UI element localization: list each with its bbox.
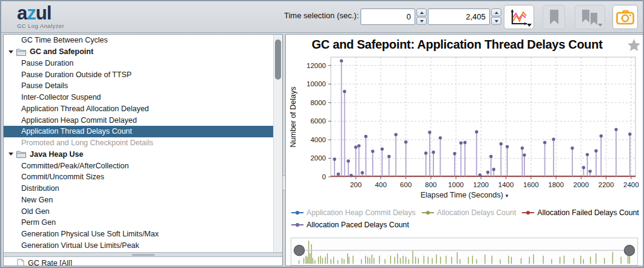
toolbar: azul GC Log Analyzer Time selection (sec… (1, 1, 643, 33)
tree-item-6[interactable]: Application Thread Allocation Delayed (4, 103, 273, 115)
svg-text:400: 400 (375, 181, 387, 188)
svg-text:8000: 8000 (310, 99, 326, 106)
range-handle-right[interactable] (625, 246, 635, 256)
chart-type-button[interactable] (504, 5, 534, 29)
tree-item-4[interactable]: Pause Details (4, 80, 273, 92)
app-window: azul GC Log Analyzer Time selection (sec… (0, 0, 644, 268)
svg-text:2000: 2000 (310, 154, 326, 162)
tree-item-label: Application Thread Allocation Delayed (21, 105, 149, 113)
folder-icon (16, 150, 26, 158)
time-to-spinner (428, 9, 501, 25)
svg-text:1200: 1200 (473, 181, 489, 188)
tree-item-9[interactable]: Promoted and Long Checkpoint Details (4, 137, 273, 149)
time-from-down-button[interactable] (416, 17, 427, 25)
spinner-up-icon (495, 12, 498, 14)
legend-entry-1[interactable]: Allocation Delays Count (422, 207, 517, 219)
secondary-tree-panel: GC Rate [All] (4, 257, 282, 266)
svg-text:1400: 1400 (498, 181, 514, 188)
tree-item-17[interactable]: Generation Physical Use Soft Limits/Max (4, 228, 273, 240)
svg-text:800: 800 (425, 181, 436, 188)
tree-item-label: Old Gen (21, 207, 50, 216)
legend-label: Allocation Failed Delays Count (537, 207, 639, 219)
legend-entry-2[interactable]: Allocation Failed Delays Count (522, 207, 639, 219)
legend-entry-0[interactable]: Application Heap Commit Delays (291, 207, 416, 219)
tree-item-12[interactable]: Commit/Uncommit Sizes (4, 171, 273, 183)
legend-entry-3[interactable]: Allocation Paced Delays Count (291, 219, 409, 231)
tree-item-label: Distribution (21, 184, 59, 193)
tree-item-7[interactable]: Application Heap Commit Delayed (4, 114, 273, 126)
tree-scrollbar-thumb[interactable] (275, 40, 281, 80)
snapshot-button[interactable] (612, 5, 638, 29)
splitter-grip[interactable] (132, 254, 155, 256)
chart-title: GC and Safepoint: Application Thread Del… (286, 38, 628, 52)
tree-item-13[interactable]: Distribution (4, 183, 273, 194)
expand-arrow-icon[interactable] (8, 50, 13, 53)
time-to-input[interactable] (428, 9, 490, 25)
tree-item-label: New Gen (21, 196, 53, 204)
tree-item-3[interactable]: Pause Duration Outside of TTSP (4, 69, 273, 80)
time-from-input[interactable] (361, 9, 415, 25)
svg-text:Number of Delays: Number of Delays (289, 86, 297, 147)
tree-item-2[interactable]: Pause Duration (4, 58, 273, 69)
time-from-up-button[interactable] (416, 9, 427, 16)
tree-item-14[interactable]: New Gen (4, 194, 273, 206)
svg-text:2200: 2200 (598, 181, 614, 188)
x-axis-label[interactable]: Elapsed Time (Seconds)▾ (286, 191, 643, 199)
time-to-up-button[interactable] (491, 9, 501, 16)
axis-dropdown-icon: ▾ (506, 193, 509, 199)
tree-item-label: Java Heap Use (30, 150, 83, 159)
horizontal-splitter[interactable] (4, 252, 282, 257)
tree-item-11[interactable]: Committed/Peak/AfterCollection (4, 160, 273, 171)
tree-item-15[interactable]: Old Gen (4, 205, 273, 217)
tree-item-10[interactable]: Java Heap Use (4, 149, 273, 160)
svg-text:1800: 1800 (548, 181, 564, 188)
tree-item-5[interactable]: Inter-Collector Suspend (4, 92, 273, 103)
tree-item-16[interactable]: Perm Gen (4, 217, 273, 228)
expand-arrow-icon[interactable] (8, 153, 13, 156)
tree-item-label: GC and Safepoint (30, 47, 93, 56)
tree-item-label: Application Thread Delays Count (21, 127, 132, 136)
svg-text:1000: 1000 (448, 181, 464, 188)
star-icon[interactable] (627, 38, 641, 55)
tree-item-18[interactable]: Generation Virtual Use Limits/Peak (4, 240, 273, 252)
svg-text:200: 200 (350, 181, 362, 188)
series-marker-icon (422, 210, 434, 216)
tree-item-0[interactable]: GC Time Between Cycles (4, 35, 273, 46)
tree-item-label: Pause Duration (21, 59, 73, 67)
tree-item-gc-rate[interactable]: GC Rate [All] (4, 259, 282, 266)
delays-chart[interactable]: 0200040006000800010000120002004006008001… (286, 54, 643, 190)
tree-item-label: Commit/Uncommit Sizes (21, 173, 104, 181)
brand-text: azul (17, 4, 64, 22)
series-marker-icon (291, 222, 303, 228)
legend-row: Allocation Paced Delays Count (291, 219, 643, 231)
tree-item-label: Generation Virtual Use Limits/Peak (21, 241, 139, 250)
tree-item-label: Generation Physical Use Soft Limits/Max (21, 230, 158, 238)
azul-logo: azul GC Log Analyzer (17, 4, 64, 29)
dropdown-arrow-icon (598, 24, 603, 27)
series-marker-icon (291, 210, 303, 216)
time-range-overview[interactable] (291, 238, 638, 266)
camera-icon (616, 10, 634, 25)
folder-icon (16, 48, 26, 56)
metrics-sidebar: GC Time Between CyclesGC and SafepointPa… (3, 34, 283, 266)
series-marker-icon (522, 210, 534, 216)
metrics-tree: GC Time Between CyclesGC and SafepointPa… (4, 35, 273, 252)
tree-item-8[interactable]: Application Thread Delays Count (4, 126, 273, 137)
bookmark-button[interactable] (543, 5, 565, 29)
legend-row: Application Heap Commit DelaysAllocation… (291, 207, 643, 219)
overview-chart[interactable] (291, 238, 637, 265)
tree-item-label: Perm Gen (21, 218, 56, 227)
tree-scrollbar[interactable] (273, 35, 282, 252)
brand-subtitle: GC Log Analyzer (17, 23, 64, 29)
tree-item-1[interactable]: GC and Safepoint (4, 46, 273, 58)
legend-label: Application Heap Commit Delays (307, 207, 416, 219)
time-to-down-button[interactable] (491, 17, 501, 25)
tree-item-label: Committed/Peak/AfterCollection (21, 162, 129, 170)
x-axis-label-text: Elapsed Time (Seconds) (421, 191, 503, 199)
svg-text:2000: 2000 (574, 181, 589, 188)
chart-lines-icon (509, 9, 529, 26)
range-handle-left[interactable] (294, 246, 305, 256)
tree-item-label: GC Time Between Cycles (21, 36, 107, 44)
tree-item-label: Inter-Collector Suspend (21, 93, 101, 101)
bookmarks-button[interactable] (575, 5, 605, 29)
